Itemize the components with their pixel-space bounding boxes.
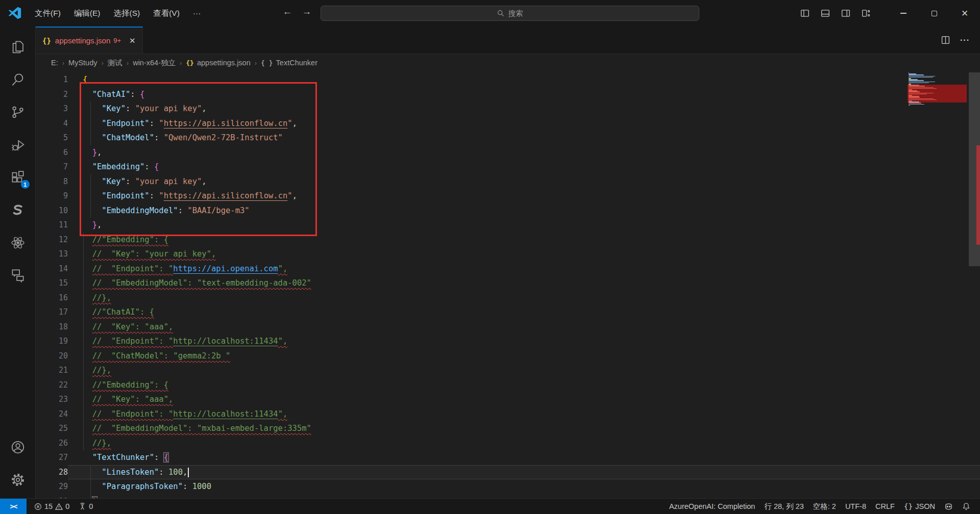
indent-guide [90, 131, 91, 145]
breadcrumb-item[interactable]: MyStudy [68, 59, 97, 67]
code-line-8[interactable]: 8 "Key": "your api key", [36, 174, 980, 189]
restore-button[interactable] [919, 0, 949, 27]
more-actions-icon[interactable]: ··· [960, 36, 970, 45]
ports-count: 0 [89, 502, 93, 510]
bell-icon [962, 502, 970, 510]
search-placeholder: 搜索 [508, 9, 523, 18]
nav-back-button[interactable]: ← [280, 6, 295, 17]
toggle-panel-icon[interactable] [821, 9, 830, 18]
activity-bar: 1 [0, 27, 36, 498]
code-line-29[interactable]: 29 "ParagraphsToken": 1000 [36, 479, 980, 494]
customize-layout-icon[interactable] [862, 9, 871, 18]
remote-indicator[interactable]: >< [0, 499, 27, 514]
line-number: 20 [36, 349, 68, 364]
react-extension-icon[interactable] [0, 226, 36, 259]
json-braces-icon: {} [186, 59, 194, 67]
s-extension-icon[interactable] [0, 194, 36, 226]
breadcrumb-item[interactable]: win-x64-独立 [133, 58, 176, 68]
menu-item-0[interactable]: 文件(F) [29, 6, 67, 21]
search-sidebar-icon[interactable] [0, 63, 36, 96]
code-line-28[interactable]: 28 "LinesToken": 100, [36, 465, 980, 480]
vscode-logo-icon[interactable] [8, 7, 21, 20]
text-cursor [188, 468, 189, 477]
cursor-position[interactable]: 行 28, 列 23 [760, 499, 808, 514]
activity-bar-bottom [0, 431, 36, 498]
ports-status[interactable]: 0 [74, 499, 97, 514]
indentation-status[interactable]: 空格: 2 [808, 499, 841, 514]
line-number: 15 [36, 276, 68, 291]
code-line-21[interactable]: 21 //}, [36, 363, 980, 378]
problems-status[interactable]: 15 0 [30, 499, 74, 514]
code-line-5[interactable]: 5 "ChatModel": "Qwen/Qwen2-72B-Instruct" [36, 131, 980, 145]
code-line-27[interactable]: 27 "TextChunker": { [36, 450, 980, 465]
code-line-16[interactable]: 16 //}, [36, 291, 980, 305]
line-number: 1 [36, 72, 68, 87]
azure-openai-status[interactable]: AzureOpenAI: Completion [665, 499, 760, 514]
indent-guide [83, 363, 84, 378]
minimap[interactable] [908, 72, 969, 185]
toggle-primary-sidebar-icon[interactable] [800, 9, 810, 18]
code-line-18[interactable]: 18 // "Key": "aaa", [36, 320, 980, 335]
minimize-button[interactable] [888, 0, 919, 27]
code-line-4[interactable]: 4 "Endpoint": "https://api.siliconflow.c… [36, 116, 980, 131]
code-line-7[interactable]: 7 "Embedding": { [36, 160, 980, 174]
line-number: 2 [36, 87, 68, 102]
eol-status[interactable]: CRLF [871, 499, 899, 514]
breadcrumb-item[interactable]: {}appsettings.json [186, 59, 250, 67]
indent-guide [83, 276, 84, 291]
extensions-icon[interactable]: 1 [0, 161, 36, 194]
code-line-6[interactable]: 6 }, [36, 145, 980, 160]
run-debug-icon[interactable] [0, 128, 36, 161]
menu-item-4[interactable]: ··· [187, 6, 207, 20]
code-line-17[interactable]: 17 //"ChatAI": { [36, 305, 980, 320]
code-line-1[interactable]: 1{ [36, 72, 980, 87]
code-line-20[interactable]: 20 // "ChatModel": "gemma2:2b " [36, 349, 980, 364]
explorer-icon[interactable] [0, 31, 36, 63]
command-center-search[interactable]: 搜索 [321, 6, 699, 21]
minimap-line [909, 91, 920, 92]
split-editor-icon[interactable] [941, 36, 950, 44]
comments-icon[interactable] [0, 259, 36, 292]
tab-problems-badge: 9+ [113, 37, 121, 44]
line-number: 8 [36, 174, 68, 189]
code-line-25[interactable]: 25 // "EmbeddingModel": "mxbai-embed-lar… [36, 421, 980, 436]
menu-item-1[interactable]: 编辑(E) [68, 6, 107, 21]
line-number: 28 [36, 465, 68, 480]
code-line-15[interactable]: 15 // "EmbeddingModel": "text-embedding-… [36, 276, 980, 291]
menu-item-3[interactable]: 查看(V) [147, 6, 186, 21]
code-line-23[interactable]: 23 // "Key": "aaa", [36, 392, 980, 407]
breadcrumb-item[interactable]: { }TextChunker [261, 59, 317, 67]
code-line-2[interactable]: 2 "ChatAI": { [36, 87, 980, 102]
nav-forward-button[interactable]: → [299, 6, 314, 17]
restore-icon [932, 11, 937, 16]
code-line-11[interactable]: 11 }, [36, 218, 980, 233]
code-line-9[interactable]: 9 "Endpoint": "https://api.siliconflow.c… [36, 189, 980, 203]
code-line-10[interactable]: 10 "EmbeddingModel": "BAAI/bge-m3" [36, 203, 980, 218]
encoding-status[interactable]: UTF-8 [841, 499, 871, 514]
code-line-26[interactable]: 26 //}, [36, 436, 980, 451]
editor-pane[interactable]: 1{2 "ChatAI": {3 "Key": "your api key",4… [36, 71, 980, 498]
notifications-bell[interactable] [958, 499, 975, 514]
breadcrumb-item[interactable]: 测试 [108, 58, 122, 68]
toggle-secondary-sidebar-icon[interactable] [841, 9, 850, 18]
code-line-12[interactable]: 12 //"Embedding": { [36, 233, 980, 247]
tab-close-icon[interactable]: ✕ [129, 36, 136, 45]
minimap-content [908, 72, 969, 185]
code-line-19[interactable]: 19 // "Endpoint": "http://localhost:1143… [36, 334, 980, 349]
code-line-24[interactable]: 24 // "Endpoint": "http://localhost:1143… [36, 407, 980, 422]
source-control-icon[interactable] [0, 96, 36, 128]
copilot-status[interactable] [940, 499, 958, 514]
code-line-3[interactable]: 3 "Key": "your api key", [36, 101, 980, 116]
code-line-13[interactable]: 13 // "Key": "your api key", [36, 247, 980, 262]
tab-appsettings-json[interactable]: {} appsettings.json 9+ ✕ [36, 27, 143, 54]
menu-item-2[interactable]: 选择(S) [107, 6, 146, 21]
settings-gear-icon[interactable] [0, 464, 36, 496]
code-line-22[interactable]: 22 //"Embedding": { [36, 378, 980, 393]
close-button[interactable]: ✕ [949, 0, 980, 27]
code-line-30[interactable]: 30 } [36, 494, 980, 499]
account-icon[interactable] [0, 431, 36, 464]
code-line-14[interactable]: 14 // "Endpoint": "https://api.openai.co… [36, 262, 980, 276]
indent-guide [83, 392, 84, 407]
language-mode[interactable]: {} JSON [899, 499, 940, 514]
breadcrumb-item[interactable]: E: [51, 59, 58, 67]
